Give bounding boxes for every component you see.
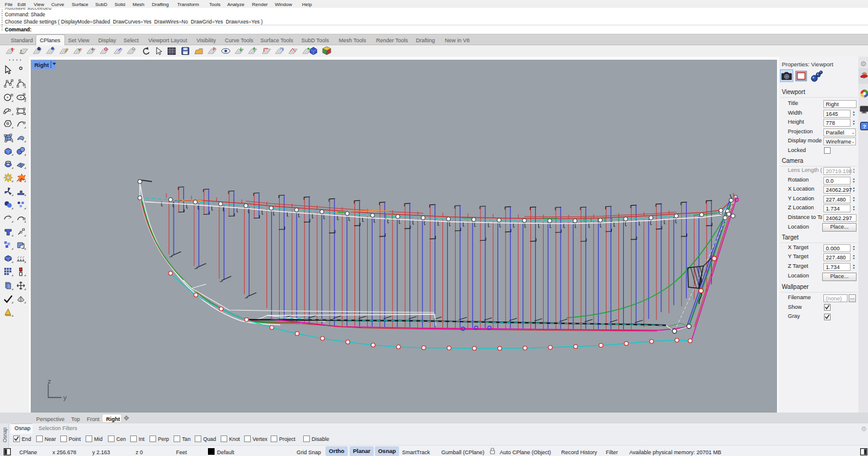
svg-text:z: z	[48, 378, 51, 385]
svg-text:y: y	[63, 394, 67, 401]
svg-text:?: ?	[863, 124, 866, 130]
